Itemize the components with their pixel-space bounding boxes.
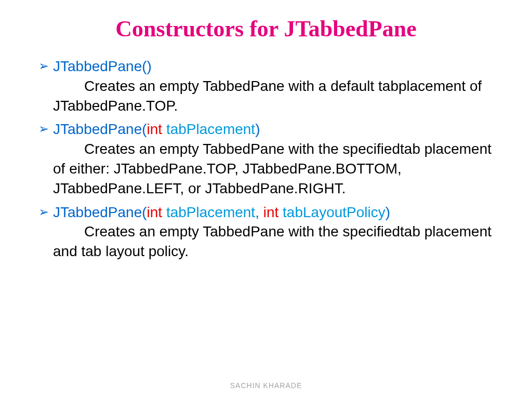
desc-first-line: Creates an empty TabbedPane with a defau… xyxy=(53,76,398,96)
slide-footer: SACHIN KHARADE xyxy=(0,381,532,390)
keyword-int: int xyxy=(147,121,163,137)
desc-first-line: Creates an empty TabbedPane with the spe… xyxy=(53,222,400,242)
constructor-item: JTabbedPane(int tabPlacement, int tabLay… xyxy=(38,203,506,261)
constructor-description: Creates an empty TabbedPane with the spe… xyxy=(53,222,506,261)
constructor-list: JTabbedPane() Creates an empty TabbedPan… xyxy=(26,57,506,261)
sig-open: JTabbedPane( xyxy=(53,58,147,74)
arg-tab-layout-policy: tabLayoutPolicy xyxy=(278,204,385,220)
desc-first-line: Creates an empty TabbedPane with the spe… xyxy=(53,139,400,159)
sig-close: ) xyxy=(255,121,260,137)
sig-open: JTabbedPane( xyxy=(53,204,147,220)
sig-open: JTabbedPane( xyxy=(53,121,147,137)
comma-separator: , xyxy=(255,204,263,220)
sig-close: ) xyxy=(385,204,390,220)
keyword-int: int xyxy=(263,204,279,220)
constructor-item: JTabbedPane(int tabPlacement) Creates an… xyxy=(38,119,506,198)
constructor-signature: JTabbedPane(int tabPlacement) xyxy=(53,121,260,137)
constructor-description: Creates an empty TabbedPane with the spe… xyxy=(53,139,506,198)
slide-title: Constructors for JTabbedPane xyxy=(26,16,506,42)
arg-tab-placement: tabPlacement xyxy=(162,121,255,137)
arg-tab-placement: tabPlacement xyxy=(162,204,255,220)
constructor-description: Creates an empty TabbedPane with a defau… xyxy=(53,76,506,116)
slide-body: Constructors for JTabbedPane JTabbedPane… xyxy=(0,0,532,286)
keyword-int: int xyxy=(147,204,163,220)
constructor-signature: JTabbedPane(int tabPlacement, int tabLay… xyxy=(53,204,390,220)
sig-close: ) xyxy=(147,58,152,74)
constructor-item: JTabbedPane() Creates an empty TabbedPan… xyxy=(38,57,506,115)
constructor-signature: JTabbedPane() xyxy=(53,58,152,74)
